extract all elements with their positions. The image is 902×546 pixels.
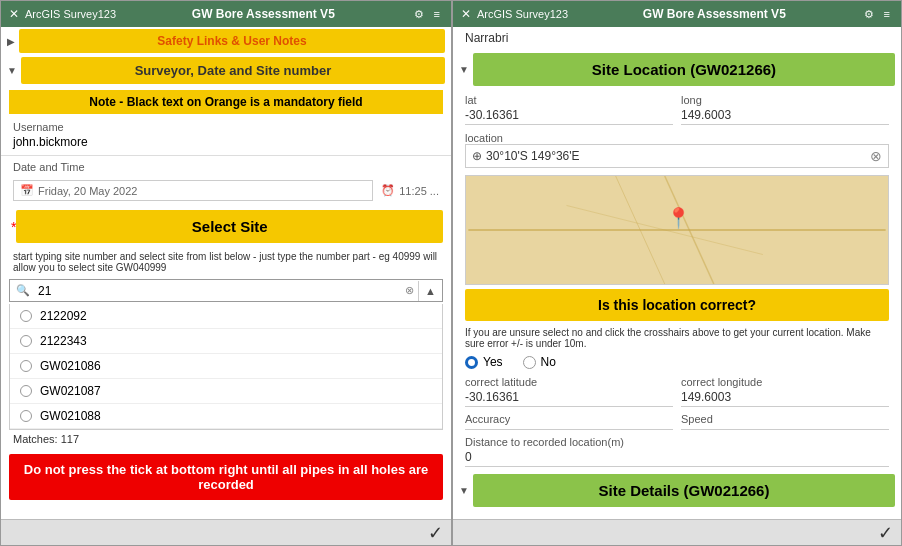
yes-no-row: Yes No [453, 353, 901, 373]
no-radio[interactable] [523, 356, 536, 369]
mandatory-note: Note - Black text on Orange is a mandato… [9, 90, 443, 114]
time-value: 11:25 ... [399, 185, 439, 197]
correct-lat-box: correct latitude -30.16361 [465, 376, 673, 407]
right-window: ✕ ArcGIS Survey123 GW Bore Assessment V5… [452, 0, 902, 546]
item-label-gw021088: GW021088 [40, 409, 101, 423]
radio-gw021086[interactable] [20, 360, 32, 372]
right-close-icon[interactable]: ✕ [461, 7, 471, 21]
correct-lat-value: -30.16361 [465, 388, 673, 407]
search-input[interactable] [36, 281, 401, 301]
safety-collapse-arrow[interactable]: ▶ [7, 36, 15, 47]
right-title: GW Bore Assessment V5 [568, 7, 860, 21]
lat-box: lat -30.16361 [465, 94, 673, 125]
lat-label: lat [465, 94, 673, 106]
right-titlebar: ✕ ArcGIS Survey123 GW Bore Assessment V5… [453, 1, 901, 27]
location-text: ⊕ 30°10'S 149°36'E [472, 149, 580, 163]
item-label-2122092: 2122092 [40, 309, 87, 323]
item-label-gw021086: GW021086 [40, 359, 101, 373]
location-clear-icon[interactable]: ⊗ [870, 148, 882, 164]
location-value-row: ⊕ 30°10'S 149°36'E ⊗ [465, 144, 889, 168]
matches-count: Matches: 117 [1, 430, 451, 448]
left-tick-button[interactable]: ✓ [428, 522, 443, 544]
surveyor-collapse-arrow[interactable]: ▼ [7, 65, 17, 76]
safety-links-row: ▶ Safety Links & User Notes [1, 27, 451, 55]
radio-gw021088[interactable] [20, 410, 32, 422]
speed-value [681, 425, 889, 430]
correct-long-label: correct longitude [681, 376, 889, 388]
surveyor-row: ▼ Surveyor, Date and Site number [1, 55, 451, 86]
lat-value: -30.16361 [465, 106, 673, 125]
long-value: 149.6003 [681, 106, 889, 125]
left-settings-icon[interactable]: ⚙ [411, 8, 427, 21]
list-item[interactable]: GW021086 [10, 354, 442, 379]
search-box[interactable]: 🔍 ⊗ ▲ [9, 279, 443, 302]
right-content: Narrabri ▼ Site Location (GW021266) lat … [453, 27, 901, 519]
right-menu-icon[interactable]: ≡ [881, 8, 893, 21]
radio-gw021087[interactable] [20, 385, 32, 397]
left-menu-icon[interactable]: ≡ [431, 8, 443, 21]
site-location-collapse[interactable]: ▼ [459, 64, 469, 75]
location-coords: 30°10'S 149°36'E [486, 149, 580, 163]
username-value: john.bickmore [13, 134, 439, 150]
speed-label: Speed [681, 413, 889, 425]
correct-long-value: 149.6003 [681, 388, 889, 407]
map-container[interactable]: 📍 [465, 175, 889, 285]
right-settings-icon[interactable]: ⚙ [861, 8, 877, 21]
accuracy-label: Accuracy [465, 413, 673, 425]
item-label-2122343: 2122343 [40, 334, 87, 348]
warning-banner: Do not press the tick at bottom right un… [9, 454, 443, 500]
left-title: GW Bore Assessment V5 [116, 7, 410, 21]
long-box: long 149.6003 [681, 94, 889, 125]
yes-option[interactable]: Yes [465, 355, 503, 369]
date-time-label: Date and Time [13, 161, 439, 173]
date-value: Friday, 20 May 2022 [38, 185, 137, 197]
left-titlebar: ✕ ArcGIS Survey123 GW Bore Assessment V5… [1, 1, 451, 27]
site-details-collapse[interactable]: ▼ [459, 485, 469, 496]
site-location-header: Site Location (GW021266) [473, 53, 895, 86]
search-expand-icon[interactable]: ▲ [418, 281, 442, 301]
right-bottom-bar: ✓ [453, 519, 901, 545]
search-icon: 🔍 [10, 280, 36, 301]
list-item[interactable]: GW021087 [10, 379, 442, 404]
list-item[interactable]: 2122092 [10, 304, 442, 329]
date-time-row: 📅 Friday, 20 May 2022 ⏰ 11:25 ... [1, 177, 451, 204]
site-dropdown-list: 2122092 2122343 GW021086 GW021087 GW0210… [9, 304, 443, 430]
correct-lat-label: correct latitude [465, 376, 673, 388]
lat-long-row: lat -30.16361 long 149.6003 [453, 90, 901, 129]
site-location-row: ▼ Site Location (GW021266) [453, 49, 901, 90]
close-icon[interactable]: ✕ [9, 7, 19, 21]
correct-coords-row: correct latitude -30.16361 correct longi… [453, 373, 901, 410]
radio-2122092[interactable] [20, 310, 32, 322]
accuracy-value [465, 425, 673, 430]
location-row: location ⊕ 30°10'S 149°36'E ⊗ [453, 129, 901, 171]
distance-value: 0 [465, 448, 889, 467]
left-bottom-bar: ✓ [1, 519, 451, 545]
search-clear-icon[interactable]: ⊗ [401, 280, 418, 301]
accuracy-box: Accuracy [465, 413, 673, 430]
no-option[interactable]: No [523, 355, 556, 369]
list-item[interactable]: GW021088 [10, 404, 442, 429]
safety-links-button[interactable]: Safety Links & User Notes [19, 29, 445, 53]
right-window-controls: ⚙ ≡ [861, 8, 893, 21]
list-item[interactable]: 2122343 [10, 329, 442, 354]
clock-icon: ⏰ [381, 184, 395, 197]
radio-2122343[interactable] [20, 335, 32, 347]
right-tick-button[interactable]: ✓ [878, 522, 893, 544]
yes-label: Yes [483, 355, 503, 369]
location-question-text: If you are unsure select no and click th… [453, 325, 901, 353]
item-label-gw021087: GW021087 [40, 384, 101, 398]
username-group: Username john.bickmore [1, 118, 451, 153]
is-location-correct-header: Is this location correct? [465, 289, 889, 321]
speed-box: Speed [681, 413, 889, 430]
site-details-header: Site Details (GW021266) [473, 474, 895, 507]
date-input[interactable]: 📅 Friday, 20 May 2022 [13, 180, 373, 201]
time-display: ⏰ 11:25 ... [381, 184, 439, 197]
yes-radio[interactable] [465, 356, 478, 369]
crosshair-icon[interactable]: ⊕ [472, 149, 482, 163]
select-site-row: * Select Site [1, 204, 451, 249]
left-window-controls: ⚙ ≡ [411, 8, 443, 21]
date-time-label-group: Date and Time [1, 158, 451, 177]
no-label: No [541, 355, 556, 369]
location-label: location [465, 132, 889, 144]
select-site-header: Select Site [16, 210, 443, 243]
